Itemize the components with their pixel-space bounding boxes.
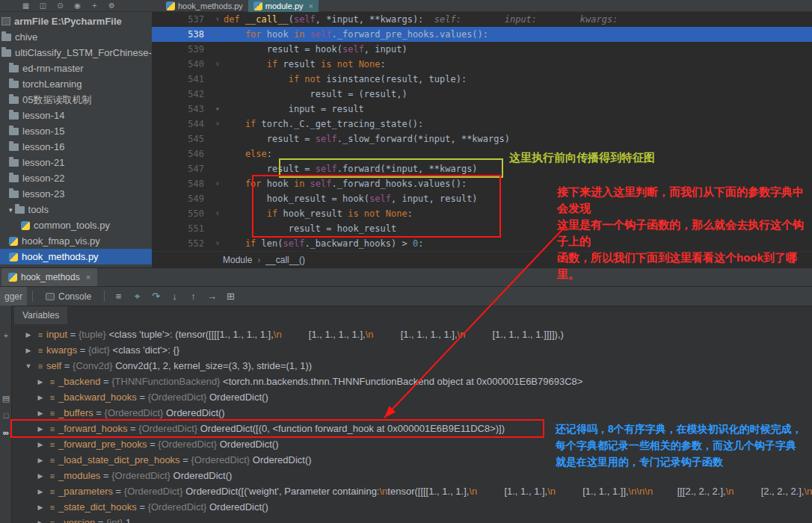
project-item[interactable]: lesson-22 — [0, 170, 152, 186]
line-number[interactable]: 538 — [152, 27, 212, 42]
code-line-538[interactable]: 538∨ for hook in self._forward_pre_hooks… — [152, 27, 812, 42]
fold-icon[interactable] — [212, 146, 224, 161]
expand-right-icon[interactable]: ▶ — [34, 441, 46, 448]
record-icon[interactable]: ◉ — [73, 1, 82, 11]
fold-icon[interactable] — [212, 72, 224, 87]
line-number[interactable]: 544 — [152, 117, 212, 131]
line-number[interactable]: 545 — [152, 131, 212, 146]
breadcrumb-module[interactable]: Module — [223, 255, 252, 265]
code-line-545[interactable]: 545 result = self._slow_forward(*input, … — [152, 131, 812, 146]
line-number[interactable]: 552 — [152, 236, 212, 251]
code-line-552[interactable]: 552∨ if len(self._backward_hooks) > 0: — [152, 236, 812, 251]
fold-icon[interactable]: ∨ — [212, 176, 224, 191]
line-number[interactable]: 539 — [152, 42, 212, 57]
project-item[interactable]: lesson-23 — [0, 186, 152, 202]
fold-icon[interactable] — [212, 87, 224, 102]
expand-right-icon[interactable]: ▶ — [34, 425, 46, 433]
frames-icon[interactable]: □ — [0, 411, 12, 420]
code-line-544[interactable]: 544∨ if torch._C._get_tracing_state(): — [152, 117, 812, 131]
variable-row-_load_state_dict_pre_hooks[interactable]: ▶≡_load_state_dict_pre_hooks = {OrderedD… — [12, 452, 812, 468]
fold-icon[interactable] — [212, 42, 224, 57]
variable-row-_modules[interactable]: ▶≡_modules = {OrderedDict} OrderedDict() — [12, 468, 812, 483]
fold-icon[interactable]: ∨ — [212, 236, 224, 251]
tab-variables[interactable]: Variables — [14, 306, 67, 325]
close-icon[interactable]: × — [86, 273, 90, 282]
expand-right-icon[interactable]: ▶ — [34, 488, 46, 495]
expand-down-icon[interactable]: ▾ — [9, 206, 13, 214]
expand-down-icon[interactable]: ▼ — [22, 362, 34, 370]
show-execution-point-icon[interactable]: ⌖ — [129, 291, 146, 303]
expand-right-icon[interactable]: ▶ — [34, 472, 46, 480]
variable-row-input[interactable]: ▶≡input = {tuple} <class 'tuple'>: (tens… — [12, 327, 812, 342]
line-number[interactable]: 543 — [152, 102, 212, 117]
fold-icon[interactable]: ∨ — [212, 27, 224, 42]
step-out-icon[interactable]: ↑ — [185, 291, 202, 303]
expand-right-icon[interactable]: ▶ — [34, 457, 46, 464]
expand-right-icon[interactable]: ▶ — [22, 347, 34, 354]
tab-debugger-cut[interactable]: gger — [0, 287, 27, 306]
line-number[interactable]: 551 — [152, 221, 212, 236]
watches-icon[interactable]: ∞ — [0, 428, 12, 437]
add-icon[interactable]: + — [90, 1, 99, 11]
variable-row-_state_dict_hooks[interactable]: ▶≡_state_dict_hooks = {OrderedDict} Orde… — [12, 499, 812, 515]
fold-icon[interactable] — [212, 221, 224, 236]
line-number[interactable]: 540 — [152, 57, 212, 72]
code-line-548[interactable]: 548∨ for hook in self._forward_hooks.val… — [152, 176, 812, 191]
step-over-icon[interactable]: ↷ — [147, 291, 164, 303]
fold-icon[interactable] — [212, 161, 224, 176]
layout-icon[interactable]: ▤ — [0, 394, 12, 403]
restore-layout-icon[interactable]: ≡ — [110, 291, 127, 303]
variable-row-self[interactable]: ▼≡self = {Conv2d} Conv2d(1, 2, kernel_si… — [12, 358, 812, 374]
line-number[interactable]: 546 — [152, 146, 212, 161]
line-number[interactable]: 549 — [152, 191, 212, 206]
line-number[interactable]: 541 — [152, 72, 212, 87]
breadcrumb-call[interactable]: __call__() — [265, 255, 305, 265]
line-number[interactable]: 547 — [152, 161, 212, 176]
code-line-541[interactable]: 541 if not isinstance(result, tuple): — [152, 72, 812, 87]
expand-right-icon[interactable]: ▶ — [34, 378, 46, 386]
view-grid-icon[interactable]: ▦ — [21, 1, 31, 11]
variable-row-_backend[interactable]: ▶≡_backend = {THNNFunctionBackend} <torc… — [12, 374, 812, 389]
expand-right-icon[interactable]: ▶ — [22, 331, 34, 338]
fold-icon[interactable]: ∨ — [212, 206, 224, 221]
line-number[interactable]: 542 — [152, 87, 212, 102]
close-icon[interactable]: × — [309, 1, 313, 10]
evaluate-expression-icon[interactable]: ⊞ — [222, 291, 239, 303]
code-line-543[interactable]: 543▪ input = result — [152, 102, 812, 117]
line-number[interactable]: 537 — [152, 12, 212, 27]
project-item[interactable]: lesson-16 — [0, 139, 152, 155]
project-item[interactable]: hook_methods.py — [0, 249, 152, 264]
project-item[interactable]: ed-rnn-master — [0, 61, 152, 76]
code-line-539[interactable]: 539 result = hook(self, input) — [152, 42, 812, 57]
run-to-cursor-icon[interactable]: → — [203, 291, 221, 303]
fold-icon[interactable]: ∨ — [212, 12, 224, 27]
project-item[interactable]: lesson-14 — [0, 108, 152, 123]
expand-right-icon[interactable]: ▶ — [34, 409, 46, 417]
step-into-icon[interactable]: ↓ — [166, 291, 183, 303]
fold-icon[interactable]: ∨ — [212, 117, 224, 131]
fold-icon[interactable] — [212, 191, 224, 206]
tab-console[interactable]: Console — [38, 287, 99, 306]
expand-right-icon[interactable]: ▶ — [34, 519, 46, 523]
project-item[interactable]: ultiClassify_LSTM_ForChinese-maste — [0, 45, 152, 61]
variable-row-_version[interactable]: ▶≡_version = {int} 1 — [12, 515, 812, 523]
code-line-542[interactable]: 542 result = (result,) — [152, 87, 812, 102]
code-line-537[interactable]: 537∨def __call__(self, *input, **kwargs)… — [152, 12, 812, 27]
code-line-547[interactable]: 547 result = self.forward(*input, **kwar… — [152, 161, 812, 176]
power-icon[interactable]: ⊙ — [55, 1, 65, 11]
tool-tab-hook-methods[interactable]: hook_methods × — [1, 268, 97, 287]
expand-right-icon[interactable]: ▶ — [34, 394, 46, 401]
variable-row-_buffers[interactable]: ▶≡_buffers = {OrderedDict} OrderedDict() — [12, 405, 812, 421]
window-icon[interactable]: ◫ — [38, 1, 48, 11]
code-line-550[interactable]: 550∨ if hook_result is not None: — [152, 206, 812, 221]
code-line-540[interactable]: 540∨ if result is not None: — [152, 57, 812, 72]
settings-gear-icon[interactable]: ⚙ — [107, 1, 117, 11]
project-item[interactable]: torchLearning — [0, 76, 152, 92]
code-line-549[interactable]: 549 hook_result = hook(self, input, resu… — [152, 191, 812, 206]
project-item[interactable]: armFile E:\PycharmFile — [0, 13, 152, 29]
project-item[interactable]: 05数据读取机制 — [0, 92, 152, 108]
editor-tab[interactable]: hook_methods.py — [161, 0, 248, 12]
project-item[interactable]: lesson-15 — [0, 123, 152, 139]
code-line-551[interactable]: 551 result = hook_result — [152, 221, 812, 236]
line-number[interactable]: 548 — [152, 176, 212, 191]
